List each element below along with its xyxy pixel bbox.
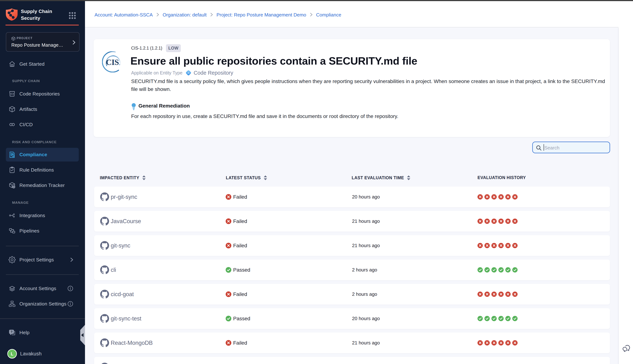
svg-text:L: L <box>11 352 14 356</box>
svg-text:?: ? <box>11 330 13 334</box>
svg-text:‹/›: ‹/› <box>187 72 190 74</box>
svg-text:CIS: CIS <box>106 58 119 67</box>
